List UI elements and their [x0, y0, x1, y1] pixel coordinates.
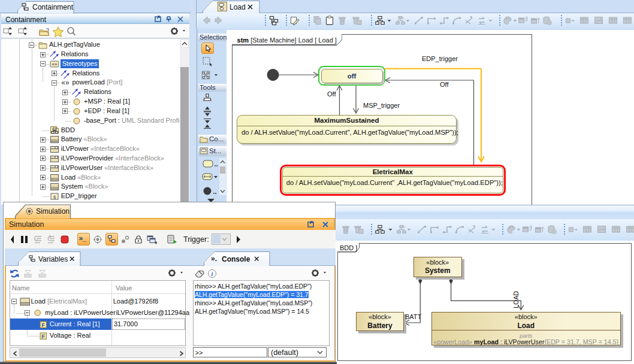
svg-text:s: s [53, 194, 56, 200]
svg-text:«»: «» [61, 78, 70, 87]
svg-text:F: F [41, 333, 44, 339]
svg-text:F: F [41, 321, 44, 327]
svg-text:«»: «» [52, 62, 58, 67]
svg-text:i: i [212, 271, 213, 277]
